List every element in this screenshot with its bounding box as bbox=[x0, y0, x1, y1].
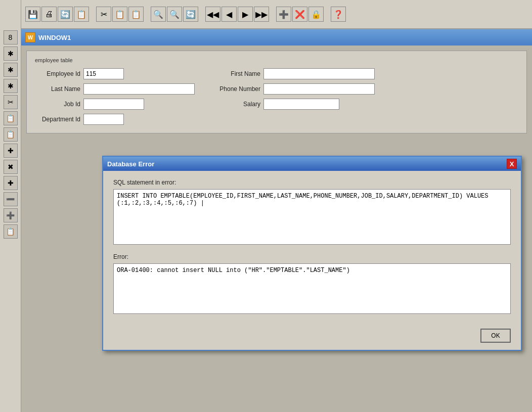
left-toolbar-icon-6[interactable]: 📋 bbox=[4, 111, 18, 125]
nav-first-button[interactable]: ◀◀ bbox=[205, 7, 220, 22]
save-button[interactable]: 💾 bbox=[25, 7, 40, 22]
toolbar-group-edit: ✂ 📋 📋 bbox=[96, 7, 144, 22]
delete-button[interactable]: ❌ bbox=[292, 7, 307, 22]
left-toolbar-icon-9[interactable]: ✖ bbox=[4, 160, 18, 174]
query-btn-1[interactable]: 🔍 bbox=[151, 7, 166, 22]
dialog-close-button[interactable]: X bbox=[507, 159, 517, 169]
error-section: Error: ORA-01400: cannot insert NULL int… bbox=[113, 253, 511, 315]
nav-last-button[interactable]: ▶▶ bbox=[254, 7, 269, 22]
left-toolbar-icon-1[interactable]: 8 bbox=[4, 30, 18, 44]
left-toolbar-icon-3[interactable]: ✱ bbox=[4, 63, 18, 77]
toolbar-group-nav: ◀◀ ◀ ▶ ▶▶ bbox=[205, 7, 269, 22]
toolbar-group-file: 💾 🖨 🔄 📋 bbox=[25, 7, 89, 22]
lock-button[interactable]: 🔒 bbox=[308, 7, 324, 22]
left-toolbar: 8 ✱ ✱ ✱ ✂ 📋 📋 ✚ ✖ ✚ ➖ ➕ 📋 bbox=[0, 0, 21, 412]
left-toolbar-icon-4[interactable]: ✱ bbox=[4, 79, 18, 93]
dialog-title: Database Error bbox=[107, 160, 154, 168]
insert-button[interactable]: ➕ bbox=[276, 7, 291, 22]
sql-section-label: SQL statement in error: bbox=[113, 179, 511, 186]
main-area: W WINDOW1 employee table Employee Id Las… bbox=[21, 29, 532, 412]
dialog-footer: OK bbox=[103, 324, 521, 350]
cut-button[interactable]: ✂ bbox=[96, 7, 111, 22]
left-toolbar-icon-12[interactable]: ➕ bbox=[4, 208, 18, 222]
print-button[interactable]: 🖨 bbox=[41, 7, 57, 22]
left-toolbar-icon-10[interactable]: ✚ bbox=[4, 176, 18, 190]
dialog-body: SQL statement in error: INSERT INTO EMPT… bbox=[103, 171, 521, 324]
error-text-area[interactable]: ORA-01400: cannot insert NULL into ("HR"… bbox=[113, 263, 511, 314]
clipboard-button[interactable]: 📋 bbox=[74, 7, 89, 22]
toolbar-group-record: ➕ ❌ 🔒 bbox=[276, 7, 324, 22]
database-error-dialog: Database Error X SQL statement in error:… bbox=[102, 156, 522, 351]
query-btn-2[interactable]: 🔍 bbox=[167, 7, 182, 22]
nav-next-button[interactable]: ▶ bbox=[238, 7, 253, 22]
dialog-titlebar: Database Error X bbox=[103, 157, 521, 171]
left-toolbar-icon-7[interactable]: 📋 bbox=[4, 127, 18, 142]
top-toolbar: 💾 🖨 🔄 📋 ✂ 📋 📋 🔍 🔍 🔄 ◀◀ ◀ ▶ ▶▶ ➕ ❌ 🔒 ❓ bbox=[21, 0, 532, 29]
nav-prev-button[interactable]: ◀ bbox=[221, 7, 237, 22]
left-toolbar-icon-13[interactable]: 📋 bbox=[4, 224, 18, 239]
left-toolbar-icon-11[interactable]: ➖ bbox=[4, 192, 18, 206]
paste-button[interactable]: 📋 bbox=[128, 7, 144, 22]
left-toolbar-icon-5[interactable]: ✂ bbox=[4, 95, 18, 109]
help-button[interactable]: ❓ bbox=[331, 7, 346, 22]
toolbar-group-query: 🔍 🔍 🔄 bbox=[151, 7, 198, 22]
sql-text-area[interactable]: INSERT INTO EMPTABLE(EMPLOYEE_ID,FIRST_N… bbox=[113, 189, 511, 245]
dialog-overlay: Database Error X SQL statement in error:… bbox=[21, 29, 532, 412]
left-toolbar-icon-2[interactable]: ✱ bbox=[4, 47, 18, 61]
ok-button[interactable]: OK bbox=[480, 329, 511, 343]
refresh-button[interactable]: 🔄 bbox=[58, 7, 73, 22]
copy-button[interactable]: 📋 bbox=[112, 7, 127, 22]
error-section-label: Error: bbox=[113, 253, 511, 260]
query-btn-3[interactable]: 🔄 bbox=[183, 7, 198, 22]
left-toolbar-icon-8[interactable]: ✚ bbox=[4, 144, 18, 158]
